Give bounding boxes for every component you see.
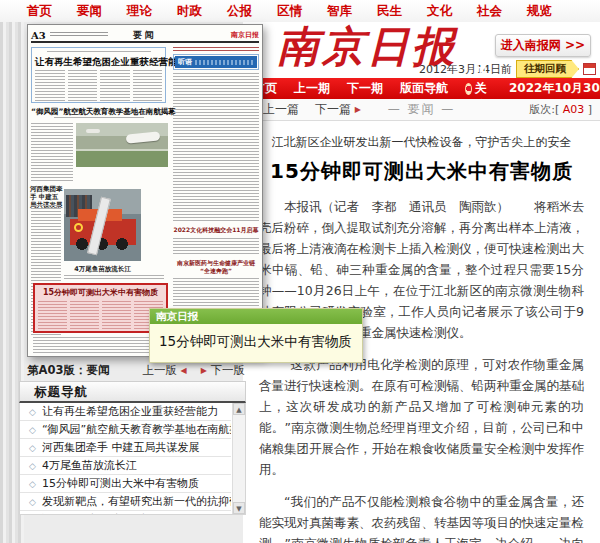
enter-site-button[interactable]: 进入南报网 >>: [495, 34, 591, 57]
thumbnail-headline-2: “御风园”航空航天教育教学基地在南航揭幕: [31, 107, 166, 117]
diamond-bullet-icon: ◇: [29, 479, 36, 489]
archive-button[interactable]: 往期回顾: [516, 60, 579, 78]
top-nav-culture[interactable]: 文化: [427, 3, 452, 20]
thumbnail-kicker-line: [47, 51, 151, 54]
right-arrow-icon: ▶: [201, 366, 207, 375]
boat-photo: [64, 189, 141, 261]
thumbnail-headline-1: 让有再生希望危困企业重获经营能力: [35, 56, 162, 67]
weibo-icon: [465, 83, 472, 95]
thumbnail-section: 要闻: [31, 29, 259, 42]
thumbnail-text-lines: [64, 275, 164, 281]
red-nav-bar: 首页 上一期 下一期 版面导航 加关注 2022年10月30日 星期日: [243, 78, 600, 99]
thumbnail-subhead-line: [54, 117, 144, 120]
left-arrow-icon: ◀: [181, 366, 187, 375]
thumbnail-text-lines: [33, 337, 168, 353]
right-arrow-icon: ▶: [355, 105, 361, 114]
thumbnail-mini-headline-2: 南京新医药与生命健康产业链“全速奔跑”: [173, 259, 259, 275]
highlighted-article-columns: [38, 301, 163, 329]
thumbnail-red-kicker: [173, 47, 259, 51]
edition-label: 版次:[ A03 ]: [529, 102, 600, 117]
red-nav-next-issue[interactable]: 下一期: [347, 80, 383, 97]
top-nav-home[interactable]: 首页: [27, 3, 52, 20]
highlighted-article-region[interactable]: 15分钟即可测出大米中有害物质: [33, 283, 168, 333]
top-nav-overview[interactable]: 规览: [527, 3, 552, 20]
hotline-label: 听语: [178, 57, 192, 67]
diamond-bullet-icon: ◇: [29, 425, 36, 435]
top-nav-theory[interactable]: 理论: [127, 3, 152, 20]
tooltip-source: 南京日报: [150, 309, 362, 324]
article-paragraph: “我们的产品不仅能检测粮食谷物中的重金属含量，还能实现对真菌毒素、农药残留、转基…: [259, 491, 584, 543]
thumbnail-photo-caption: 4万尾鱼苗放流长江: [64, 265, 141, 274]
top-nav-district[interactable]: 区情: [277, 3, 302, 20]
article-nav-row: — 要闻 — ◀ 上一篇 下一篇 ▶ 版次:[ A03 ]: [243, 99, 600, 121]
article-tooltip: 南京日报 15分钟即可测出大米中有害物质: [149, 308, 363, 363]
thumbnail-text-column: [31, 123, 73, 181]
thumbnail-header: A3 要闻 南京日报: [31, 29, 259, 43]
title-nav-item[interactable]: ◇河西集团牵手 中建五局共谋发展: [20, 439, 231, 457]
top-nav-bulletin[interactable]: 公报: [227, 3, 252, 20]
top-nav-society[interactable]: 社会: [477, 3, 502, 20]
edition-title: 第A03版：要闻: [27, 363, 109, 378]
calendar-icon[interactable]: [583, 63, 596, 75]
prev-page-link[interactable]: 上一版 ◀: [142, 363, 186, 378]
next-page-link[interactable]: ▶ 下一版: [201, 363, 245, 378]
diamond-bullet-icon: ◇: [29, 407, 36, 417]
title-nav-list: ◇让有再生希望危困企业重获经营能力 ◇“御风园”航空航天教育教学基地在南航揭幕 …: [19, 403, 246, 515]
page-bar: 第A03版：要闻 上一版 ◀ ▶ 下一版: [27, 362, 245, 378]
thumbnail-text-column: [173, 73, 259, 223]
article-paragraph: “这款产品利用电化学检测的原理，可对农作物重金属含量进行快速检测。在原有可检测镉…: [259, 354, 584, 480]
tooltip-title: 15分钟即可测出大米中有害物质: [150, 324, 362, 362]
issue-date: 2022年10月30日 星期日: [509, 80, 600, 97]
airfield-photo: [76, 123, 168, 167]
top-nav-politics[interactable]: 时政: [177, 3, 202, 20]
red-nav-layout-guide[interactable]: 版面导航: [400, 80, 448, 97]
diamond-bullet-icon: ◇: [29, 497, 36, 507]
hotline-box: 听语: [173, 54, 259, 70]
thumbnail-text-columns: [35, 70, 162, 102]
article-title: 15分钟即可测出大米中有害物质: [259, 158, 584, 185]
archive-row: 2012年3月14日前 往期回顾: [419, 61, 596, 77]
title-nav-item[interactable]: ◇15分钟即可测出大米中有害物质: [20, 475, 231, 493]
title-nav-item[interactable]: ◇4万尾鱼苗放流长江: [20, 457, 231, 475]
title-nav-item[interactable]: ◇“御风园”航空航天教育教学基地在南航揭幕: [20, 421, 231, 439]
red-nav-prev-issue[interactable]: 上一期: [294, 80, 330, 97]
diamond-bullet-icon: ◇: [29, 515, 36, 516]
diamond-bullet-icon: ◇: [29, 461, 36, 471]
title-nav-item[interactable]: ◇让有再生希望危困企业重获经营能力: [20, 403, 231, 421]
title-nav-item[interactable]: ◇调整票价执行时间须提前3个月公布: [20, 511, 231, 515]
scroll-down-icon[interactable]: ▼: [233, 502, 245, 514]
main-panel: 南京日报 进入南报网 >> 2012年3月14日前 往期回顾 首页 上一期 下一…: [243, 22, 600, 543]
title-nav-item[interactable]: ◇发现新靶点，有望研究出新一代的抗抑郁药物: [20, 493, 231, 511]
next-article-link[interactable]: 下一篇 ▶: [315, 101, 361, 118]
top-nav-thinktank[interactable]: 智库: [327, 3, 352, 20]
thumbnail-text-column: [173, 238, 259, 256]
scroll-up-icon[interactable]: ▲: [233, 403, 245, 415]
thumbnail-mini-headline-1: 2022文化科技融交会11月启幕: [173, 226, 259, 235]
top-nav: 首页 要闻 理论 时政 公报 区情 智库 民生 文化 社会 规览: [0, 0, 600, 22]
thumbnail-lead-article[interactable]: 让有再生希望危困企业重获经营能力: [31, 47, 166, 103]
article-subtitle: 江北新区企业研发出新一代快检设备，守护舌尖上的安全: [259, 134, 584, 151]
title-nav-panel: 标题导航 ◇让有再生希望危困企业重获经营能力 ◇“御风园”航空航天教育教学基地在…: [19, 381, 246, 515]
highlighted-article-title: 15分钟即可测出大米中有害物质: [38, 287, 163, 298]
title-nav-header: 标题导航: [19, 381, 246, 403]
diamond-bullet-icon: ◇: [29, 443, 36, 453]
top-nav-news[interactable]: 要闻: [77, 3, 102, 20]
top-nav-livelihood[interactable]: 民生: [377, 3, 402, 20]
list-scrollbar[interactable]: ▲ ▼: [232, 403, 245, 514]
